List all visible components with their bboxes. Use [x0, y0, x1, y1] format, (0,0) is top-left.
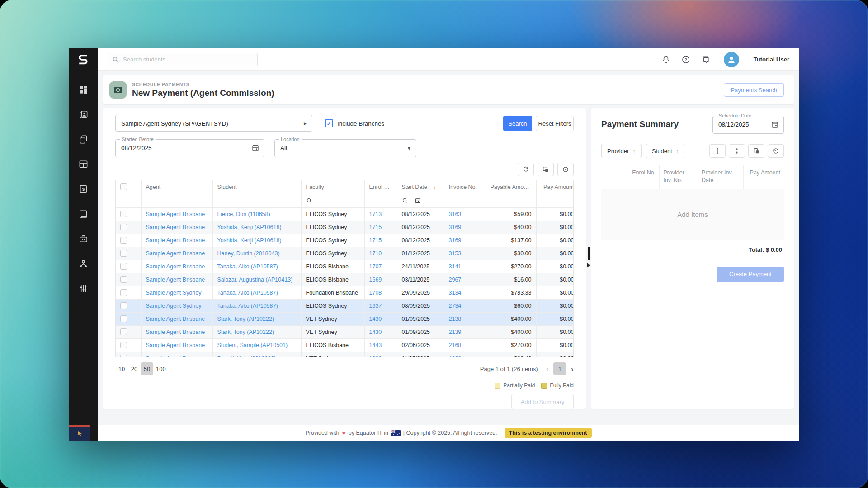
summary-history-button[interactable] [768, 144, 784, 158]
collapse-all-button[interactable] [729, 144, 745, 158]
invoice-link[interactable]: 2139 [449, 329, 462, 335]
splitter-handle[interactable] [588, 247, 590, 260]
sidebar-item-layout[interactable] [75, 157, 91, 171]
column-header[interactable]: Student [212, 180, 301, 194]
agent-link[interactable]: Sample Agent Brisbane [146, 277, 205, 283]
student-link[interactable]: Haney, Dustin (2018043) [217, 250, 280, 257]
row-checkbox[interactable] [120, 342, 127, 348]
invoice-link[interactable]: 3153 [449, 250, 462, 257]
user-avatar[interactable] [724, 52, 739, 67]
location-value[interactable]: All [275, 140, 416, 157]
student-link[interactable]: Tanaka, Aiko (AP10587) [217, 290, 278, 296]
feedback-chat-icon[interactable] [701, 55, 710, 64]
enrol-link[interactable]: 1396 [369, 355, 382, 357]
grid-row[interactable]: Sample Agent BrisbaneSalazar, Augustina … [116, 273, 574, 286]
enrol-link[interactable]: 1708 [369, 290, 382, 296]
search-button[interactable]: Search [503, 116, 532, 131]
notifications-bell-icon[interactable] [661, 55, 670, 64]
include-branches-checkbox[interactable]: ✓ Include Branches [325, 119, 384, 127]
agent-link[interactable]: Sample Agent Brisbane [146, 342, 205, 348]
sidebar-item-agents[interactable] [75, 257, 91, 270]
invoice-link[interactable]: 4038 [449, 355, 462, 357]
invoice-link[interactable]: 3169 [449, 237, 462, 244]
grid-row[interactable]: Sample Agent BrisbaneStark, Tony (AP1022… [116, 325, 574, 338]
agent-link[interactable]: Sample Agent Brisbane [146, 211, 205, 217]
enrol-link[interactable]: 1713 [369, 211, 382, 217]
invoice-link[interactable]: 3141 [449, 263, 462, 270]
prev-page-icon[interactable]: ‹ [546, 364, 549, 373]
page-size-50[interactable]: 50 [141, 362, 153, 375]
enrol-link[interactable]: 1430 [369, 329, 382, 335]
started-before-value[interactable]: 08/12/2025 [116, 140, 264, 157]
column-header[interactable]: Pay Amount [536, 180, 574, 194]
copy-summary-button[interactable] [748, 144, 764, 158]
grid-row[interactable]: Sample Agent BrisbanePowell, Kate (20180… [116, 352, 574, 357]
invoice-link[interactable]: 3163 [449, 211, 462, 217]
grid-row[interactable]: Sample Agent BrisbaneStark, Tony (AP1022… [116, 312, 574, 325]
payments-search-button[interactable]: Payments Search [724, 83, 784, 97]
select-all-checkbox[interactable] [120, 183, 127, 190]
column-header[interactable]: Start Date↓ [397, 180, 444, 194]
column-header[interactable]: Enrol No. [364, 180, 397, 194]
row-checkbox[interactable] [120, 250, 127, 257]
invoice-link[interactable]: 2967 [449, 277, 462, 283]
row-checkbox[interactable] [120, 355, 127, 357]
expand-all-button[interactable] [709, 144, 726, 158]
row-checkbox[interactable] [120, 263, 127, 270]
enrol-link[interactable]: 1710 [369, 250, 382, 257]
student-link[interactable]: Salazar, Augustina (AP10413) [217, 277, 293, 283]
invoice-link[interactable]: 2138 [449, 316, 462, 322]
grid-row[interactable]: Sample Agent BrisbaneHaney, Dustin (2018… [116, 247, 574, 260]
sidebar-item-settings[interactable] [75, 282, 91, 295]
app-logo[interactable] [69, 48, 98, 71]
agent-link[interactable]: Sample Agent Brisbane [146, 263, 205, 270]
splitter-collapse-icon[interactable] [587, 263, 590, 267]
sidebar-item-documents[interactable] [75, 132, 91, 146]
column-header[interactable]: Agent [141, 180, 212, 194]
row-checkbox[interactable] [120, 315, 127, 322]
enrol-link[interactable]: 1443 [369, 342, 382, 348]
page-size-10[interactable]: 10 [115, 362, 128, 375]
student-link[interactable]: Tanaka, Aiko (AP10587) [217, 303, 278, 309]
schedule-date-field[interactable]: Schedule Date 08/12/2025 [712, 116, 784, 134]
enrol-link[interactable]: 1637 [369, 303, 382, 309]
agent-link[interactable]: Sample Agent Brisbane [146, 250, 205, 257]
sidebar-item-students[interactable] [75, 108, 91, 121]
row-checkbox[interactable] [120, 211, 127, 217]
column-header[interactable]: Invoice No. [444, 180, 486, 194]
invoice-link[interactable]: 2734 [449, 303, 462, 309]
user-name[interactable]: Tutorial User [754, 56, 789, 63]
calendar-icon[interactable] [771, 121, 779, 129]
student-link[interactable]: Yoshida, Kenji (AP10618) [217, 237, 282, 244]
current-page-button[interactable]: 1 [553, 362, 566, 375]
enrol-link[interactable]: 1707 [369, 263, 382, 270]
student-link[interactable]: Tanaka, Aiko (AP10587) [217, 263, 278, 270]
grid-row[interactable]: Sample Agent BrisbaneYoshida, Kenji (AP1… [116, 221, 574, 234]
started-before-field[interactable]: Started Before 08/12/2025 [115, 139, 264, 157]
agent-link[interactable]: Sample Agent Brisbane [146, 316, 205, 322]
grid-row[interactable]: Sample Agent BrisbaneFierce, Don (110658… [116, 207, 574, 221]
grid-row[interactable]: Sample Agent BrisbaneStudent, Sample (AP… [116, 338, 574, 352]
dropdown-caret-icon[interactable]: ▾ [408, 145, 410, 151]
grid-row[interactable]: Sample Agent SydneyTanaka, Aiko (AP10587… [116, 299, 574, 312]
student-link[interactable]: Stark, Tony (AP10222) [217, 316, 274, 322]
calendar-icon[interactable] [415, 197, 421, 204]
search-input[interactable] [108, 53, 258, 66]
export-button[interactable] [538, 163, 554, 176]
enrol-link[interactable]: 1669 [369, 277, 382, 283]
invoice-link[interactable]: 2168 [449, 342, 462, 348]
row-checkbox[interactable] [120, 302, 127, 309]
add-to-summary-button[interactable]: Add to Summary [511, 394, 574, 409]
create-payment-button[interactable]: Create Payment [717, 267, 784, 282]
reset-filters-button[interactable]: Reset Filters [536, 116, 574, 131]
row-checkbox[interactable] [120, 224, 127, 230]
enrol-link[interactable]: 1715 [369, 224, 382, 230]
sidebar-item-dashboard[interactable] [75, 83, 91, 96]
calendar-icon[interactable] [251, 144, 259, 152]
row-checkbox[interactable] [120, 276, 127, 283]
agent-link[interactable]: Sample Agent Brisbane [146, 329, 205, 335]
row-checkbox[interactable] [120, 237, 127, 244]
grid-row[interactable]: Sample Agent SydneyTanaka, Aiko (AP10587… [116, 286, 574, 299]
refresh-button[interactable] [518, 163, 534, 176]
help-icon[interactable]: ? [681, 55, 690, 64]
